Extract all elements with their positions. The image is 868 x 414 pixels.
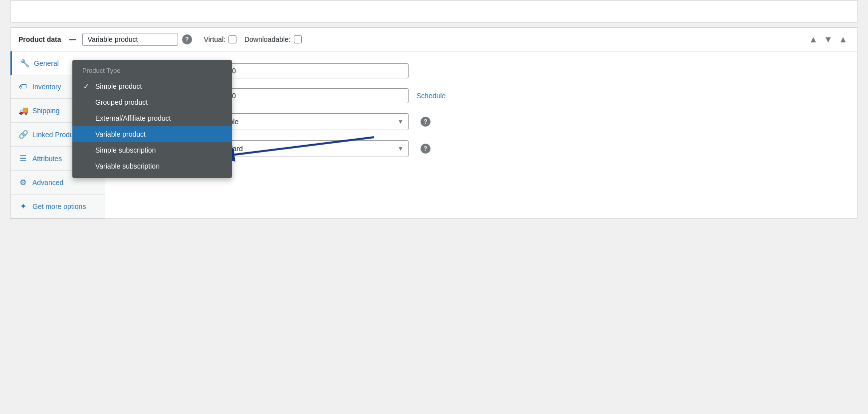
dropdown-item-simple[interactable]: ✓ Simple product bbox=[72, 78, 232, 94]
dropdown-item-external[interactable]: External/Affiliate product bbox=[72, 110, 232, 126]
list-icon: ☰ bbox=[18, 154, 27, 163]
sidebar-label-shipping: Shipping bbox=[32, 107, 60, 115]
virtual-checkbox[interactable] bbox=[228, 35, 236, 43]
link-icon: 🔗 bbox=[18, 130, 27, 139]
product-data-title: Product data bbox=[18, 35, 61, 43]
dropdown-label-variable-sub: Variable subscription bbox=[95, 162, 160, 170]
dropdown-item-variable[interactable]: Variable product bbox=[72, 126, 232, 142]
dropdown-item-variable-sub[interactable]: Variable subscription bbox=[72, 158, 232, 174]
dropdown-title: Product Type bbox=[72, 64, 232, 78]
tax-class-select[interactable]: Standard Reduced rate Zero rate bbox=[209, 140, 409, 157]
tax-class-select-wrapper[interactable]: Standard Reduced rate Zero rate ▼ bbox=[209, 140, 409, 157]
move-up-button[interactable]: ▲ bbox=[807, 33, 820, 46]
truck-icon: 🚚 bbox=[18, 106, 27, 115]
top-partial-box bbox=[10, 0, 858, 22]
dropdown-item-simple-sub[interactable]: Simple subscription bbox=[72, 142, 232, 158]
sidebar-label-get-more: Get more options bbox=[32, 203, 86, 210]
page-wrapper: Product data — Simple product Grouped pr… bbox=[0, 0, 868, 414]
dropdown-item-grouped[interactable]: Grouped product bbox=[72, 94, 232, 110]
sale-price-input[interactable] bbox=[209, 88, 409, 103]
virtual-downloadable: Virtual: Downloadable: bbox=[204, 35, 302, 43]
product-type-select-wrapper[interactable]: Simple product Grouped product External/… bbox=[82, 33, 178, 46]
sidebar-label-inventory: Inventory bbox=[32, 83, 61, 91]
downloadable-checkbox[interactable] bbox=[294, 35, 302, 43]
product-type-select[interactable]: Simple product Grouped product External/… bbox=[82, 33, 178, 46]
dropdown-label-simple-sub: Simple subscription bbox=[95, 146, 156, 154]
sidebar-label-attributes: Attributes bbox=[32, 155, 62, 163]
product-data-header: Product data — Simple product Grouped pr… bbox=[10, 28, 858, 51]
sidebar-label-general: General bbox=[34, 59, 59, 67]
downloadable-label[interactable]: Downloadable: bbox=[244, 35, 302, 43]
tax-status-select-wrapper[interactable]: Taxable Shipping only None ▼ bbox=[209, 113, 409, 130]
virtual-label[interactable]: Virtual: bbox=[204, 35, 236, 43]
dropdown-label-variable: Variable product bbox=[95, 130, 146, 138]
schedule-link[interactable]: Schedule bbox=[417, 92, 445, 100]
tax-class-help-icon[interactable]: ? bbox=[421, 144, 431, 154]
help-icon[interactable]: ? bbox=[182, 34, 192, 44]
regular-price-input[interactable] bbox=[209, 63, 409, 78]
dropdown-label-simple: Simple product bbox=[95, 82, 142, 90]
product-data-dash: — bbox=[69, 35, 76, 43]
dropdown-label-external: External/Affiliate product bbox=[95, 114, 171, 122]
product-type-dropdown: Product Type ✓ Simple product Grouped pr… bbox=[72, 60, 232, 178]
header-actions: ▲ ▼ ▲ bbox=[807, 33, 850, 46]
expand-button[interactable]: ▲ bbox=[837, 33, 850, 46]
gear-icon: ⚙ bbox=[18, 178, 27, 187]
move-down-button[interactable]: ▼ bbox=[822, 33, 835, 46]
dropdown-label-grouped: Grouped product bbox=[95, 98, 148, 106]
wrench-icon: 🔧 bbox=[20, 58, 29, 68]
sidebar-label-advanced: Advanced bbox=[32, 179, 63, 187]
checkmark-simple: ✓ bbox=[82, 82, 90, 90]
tax-status-help-icon[interactable]: ? bbox=[421, 117, 431, 127]
star-icon: ✦ bbox=[18, 202, 27, 211]
tag-icon: 🏷 bbox=[18, 82, 27, 91]
sidebar-item-get-more[interactable]: ✦ Get more options bbox=[10, 195, 105, 218]
tax-status-select[interactable]: Taxable Shipping only None bbox=[209, 113, 409, 130]
